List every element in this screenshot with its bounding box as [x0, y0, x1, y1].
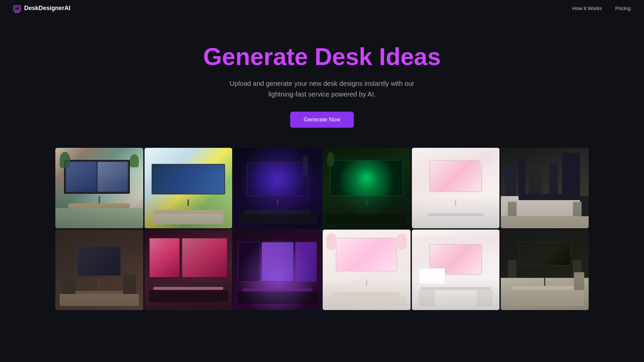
- brand-logo[interactable]: DeskDesignerAI: [13, 5, 70, 12]
- desk-visual-6: [501, 148, 589, 228]
- desk-visual-4: [323, 148, 411, 228]
- hero-subtitle: Upload and generate your new desk design…: [228, 78, 416, 100]
- nav-link-pricing[interactable]: Pricing: [615, 5, 631, 11]
- desk-visual-11: [412, 230, 500, 310]
- desk-image-11: [412, 230, 500, 310]
- desk-visual-1: [55, 148, 143, 228]
- desk-image-6: [501, 148, 589, 228]
- desk-visual-12: [501, 230, 589, 310]
- desk-image-1: [55, 148, 143, 228]
- desk-image-10: [323, 230, 411, 310]
- desk-image-8: [145, 230, 232, 310]
- desk-image-grid: [0, 148, 644, 310]
- hero-title: Generate Desk Ideas: [13, 44, 631, 70]
- desk-image-4: [323, 148, 411, 228]
- desk-image-3: [233, 148, 321, 228]
- desk-visual-8: [145, 230, 232, 310]
- svg-rect-0: [15, 7, 19, 10]
- nav-link-how-it-works[interactable]: How it Works: [572, 5, 602, 11]
- generate-now-button[interactable]: Generate Now: [290, 112, 354, 128]
- desk-visual-9: [233, 230, 321, 310]
- hero-section: Generate Desk Ideas Upload and generate …: [0, 17, 644, 144]
- desk-image-9: [233, 230, 321, 310]
- desk-visual-3: [233, 148, 321, 228]
- logo-icon: [13, 5, 21, 11]
- navbar: DeskDesignerAI How it Works Pricing: [0, 0, 644, 17]
- desk-image-5: [412, 148, 500, 228]
- desk-image-12: [501, 230, 589, 310]
- brand-name: DeskDesignerAI: [24, 5, 70, 12]
- desk-visual-10: [323, 230, 411, 310]
- desk-visual-2: [145, 148, 232, 228]
- nav-links: How it Works Pricing: [572, 5, 631, 11]
- desk-visual-5: [412, 148, 500, 228]
- monitor-icon: [15, 7, 19, 10]
- desk-image-2: [145, 148, 232, 228]
- desk-image-7: [55, 230, 143, 310]
- desk-visual-7: [55, 230, 143, 310]
